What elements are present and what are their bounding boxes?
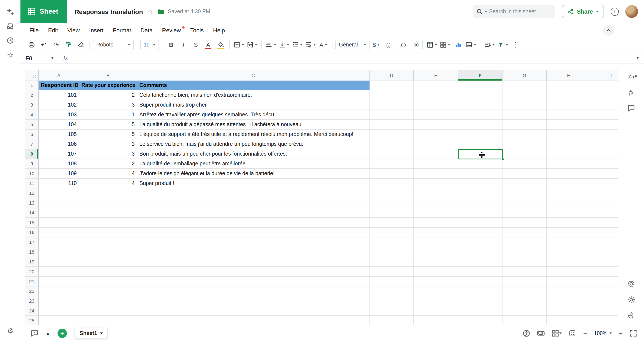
info-icon[interactable]: i xyxy=(611,8,619,16)
cell-F19[interactable] xyxy=(458,257,502,267)
text-rotation-button[interactable]: A xyxy=(318,39,329,50)
cell-G20[interactable] xyxy=(502,267,547,277)
cell-G13[interactable] xyxy=(502,198,547,208)
cell-A7[interactable]: 106 xyxy=(39,140,79,149)
cell-B3[interactable]: 3 xyxy=(79,100,137,110)
cell-I12[interactable] xyxy=(591,188,618,198)
cell-E6[interactable] xyxy=(414,130,458,140)
toolbar-more-button[interactable]: ⋮ xyxy=(510,39,521,50)
cell-C20[interactable] xyxy=(137,267,370,277)
italic-button[interactable]: I xyxy=(178,39,189,50)
cell-H23[interactable] xyxy=(547,296,591,306)
cell-F23[interactable] xyxy=(458,296,502,306)
user-avatar[interactable] xyxy=(625,5,638,18)
cell-E2[interactable] xyxy=(414,90,458,100)
cell-B11[interactable]: 4 xyxy=(79,178,137,188)
pivot-table-button[interactable] xyxy=(426,39,438,50)
cell-E18[interactable] xyxy=(414,247,458,257)
row-header-24[interactable]: 24 xyxy=(25,306,39,316)
app-logo[interactable]: Sheet xyxy=(20,0,67,23)
zoom-select[interactable]: 100% xyxy=(594,330,612,336)
row-header-16[interactable]: 16 xyxy=(25,228,39,238)
row-header-18[interactable]: 18 xyxy=(25,247,39,257)
cell-A17[interactable] xyxy=(39,238,79,247)
cell-D1[interactable] xyxy=(370,80,414,90)
cell-F16[interactable] xyxy=(458,228,502,238)
cell-B12[interactable] xyxy=(79,188,137,198)
row-header-3[interactable]: 3 xyxy=(25,100,39,110)
cell-A1[interactable]: Respondent ID xyxy=(39,80,79,90)
cell-B6[interactable]: 5 xyxy=(79,130,137,140)
cell-B23[interactable] xyxy=(79,296,137,306)
cell-D24[interactable] xyxy=(370,306,414,316)
cell-F14[interactable] xyxy=(458,208,502,218)
cell-F2[interactable] xyxy=(458,90,502,100)
table-view-button[interactable] xyxy=(439,39,451,50)
cell-E5[interactable] xyxy=(414,120,458,130)
cell-F15[interactable] xyxy=(458,218,502,228)
cell-C25[interactable] xyxy=(137,316,370,325)
cell-I8[interactable] xyxy=(591,149,618,159)
row-header-22[interactable]: 22 xyxy=(25,286,39,296)
cell-I11[interactable] xyxy=(591,178,618,188)
cell-H19[interactable] xyxy=(547,257,591,267)
move-folder-icon[interactable] xyxy=(157,8,164,15)
cell-H6[interactable] xyxy=(547,130,591,140)
cell-A21[interactable] xyxy=(39,277,79,286)
comments-button[interactable] xyxy=(31,329,38,337)
share-button[interactable]: Share xyxy=(562,5,604,18)
cell-I25[interactable] xyxy=(591,316,618,325)
cell-I2[interactable] xyxy=(591,90,618,100)
cell-H22[interactable] xyxy=(547,286,591,296)
merge-cells-button[interactable] xyxy=(246,39,258,50)
cell-G12[interactable] xyxy=(502,188,547,198)
cell-A5[interactable]: 104 xyxy=(39,120,79,130)
cell-G18[interactable] xyxy=(502,247,547,257)
cell-B16[interactable] xyxy=(79,228,137,238)
cell-H8[interactable] xyxy=(547,149,591,159)
cell-A23[interactable] xyxy=(39,296,79,306)
cell-H13[interactable] xyxy=(547,198,591,208)
cell-H15[interactable] xyxy=(547,218,591,228)
cell-E11[interactable] xyxy=(414,178,458,188)
cell-I17[interactable] xyxy=(591,238,618,247)
ai-sort-icon[interactable]: Za xyxy=(626,72,636,82)
cell-H5[interactable] xyxy=(547,120,591,130)
filter-button[interactable] xyxy=(496,39,509,50)
cell-I10[interactable] xyxy=(591,169,618,178)
font-family-select[interactable]: Roboto xyxy=(93,40,134,50)
cell-C22[interactable] xyxy=(137,286,370,296)
cell-E22[interactable] xyxy=(414,286,458,296)
collapse-toolbar-button[interactable] xyxy=(603,25,614,36)
paint-format-button[interactable] xyxy=(63,39,74,50)
menu-review[interactable]: Review xyxy=(157,25,186,36)
cell-C10[interactable]: J'adore le design élégant et la durée de… xyxy=(137,169,370,178)
cell-C6[interactable]: L'équipe de support a été très utile et … xyxy=(137,130,370,140)
formula-bar-expand-chevron-icon[interactable] xyxy=(636,57,639,59)
row-header-14[interactable]: 14 xyxy=(25,208,39,218)
cell-H4[interactable] xyxy=(547,110,591,120)
column-header-A[interactable]: A xyxy=(39,70,79,81)
cell-D13[interactable] xyxy=(370,198,414,208)
cell-G17[interactable] xyxy=(502,238,547,247)
bold-button[interactable]: B xyxy=(165,39,177,50)
cell-G21[interactable] xyxy=(502,277,547,286)
currency-format-button[interactable]: $ xyxy=(370,39,382,50)
cell-F5[interactable] xyxy=(458,120,502,130)
cell-F20[interactable] xyxy=(458,267,502,277)
cell-H2[interactable] xyxy=(547,90,591,100)
cell-D6[interactable] xyxy=(370,130,414,140)
menu-view[interactable]: View xyxy=(63,25,84,36)
cell-B17[interactable] xyxy=(79,238,137,247)
cell-E7[interactable] xyxy=(414,140,458,149)
text-wrap-button[interactable] xyxy=(304,39,317,50)
sheets-list-button[interactable]: ▲ xyxy=(46,331,50,335)
cell-A19[interactable] xyxy=(39,257,79,267)
row-header-2[interactable]: 2 xyxy=(25,90,39,100)
cell-F9[interactable] xyxy=(458,159,502,169)
row-header-25[interactable]: 25 xyxy=(25,316,39,325)
cell-I16[interactable] xyxy=(591,228,618,238)
cell-I6[interactable] xyxy=(591,130,618,140)
cell-C13[interactable] xyxy=(137,198,370,208)
cell-A20[interactable] xyxy=(39,267,79,277)
